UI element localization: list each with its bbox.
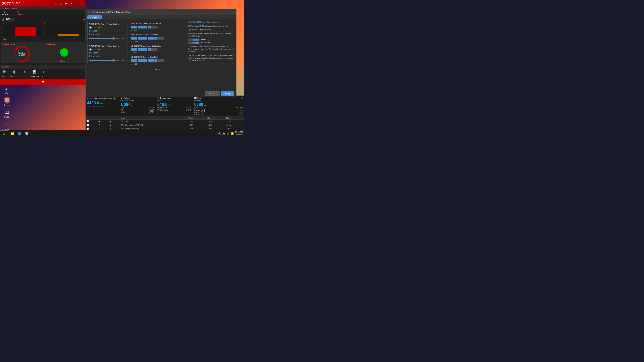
close-button[interactable]: ✕ xyxy=(80,1,84,5)
freq-value: 4400.0 xyxy=(87,100,99,105)
taskbar-item-browser[interactable]: 🌐 xyxy=(16,130,23,137)
taskbar-item-antivirus[interactable]: 🛡️ xyxy=(24,130,30,137)
pagination-dot-1[interactable] xyxy=(155,69,157,70)
cpu-phase-manual[interactable]: Manual xyxy=(89,33,126,35)
slider-track xyxy=(89,38,120,39)
cpu-icon: ⬛ xyxy=(2,66,4,68)
desktop-icon-ccleaner[interactable]: 🧹 CCle... xyxy=(2,85,12,94)
cpu-phase-extreme[interactable]: Extreme xyxy=(89,30,126,32)
fan-row-opt: CPU_OPT 2051 rpm xyxy=(194,107,243,109)
vddcr-soc-phase-title: VDDCR SOC Power Phase Control xyxy=(89,45,126,47)
system-tab-nvidia[interactable]: 🎮 NVIDIA GeFor... xyxy=(11,11,24,16)
minimize-button[interactable]: ─ xyxy=(69,1,74,5)
vddcr-cpu-current-section: VDDCR CPU Current Capability ▲ 130% xyxy=(131,33,184,42)
status-indicator: ✓ xyxy=(60,48,68,57)
row-name-1: CPU 7 VID xyxy=(120,120,188,123)
soc-radio-optimized xyxy=(89,48,92,51)
expand-icon[interactable]: ☰▶ xyxy=(1,37,6,41)
cpu-modes: ⚗️ AVX2 ⚙️ Large data set ⚡ Extreme 📊 St… xyxy=(0,69,86,78)
settings-button[interactable]: ⚙ xyxy=(64,1,68,5)
pp-left-panel: VDDCR CPU Power Phase Control Optimized … xyxy=(86,19,129,90)
cpu-mode-extreme[interactable]: ⚡ Extreme xyxy=(22,69,28,77)
system-usage-header: 🖥 System usage xyxy=(0,6,86,10)
notification-icon[interactable]: 🔔 xyxy=(222,132,225,135)
cpu-phase-slider[interactable]: Fast xyxy=(89,37,126,39)
stop-button[interactable]: ⏹ xyxy=(0,79,86,85)
search-icon[interactable]: 🔍 xyxy=(218,132,221,135)
pin-icon[interactable]: 📌 xyxy=(82,18,85,21)
load-button[interactable]: Load... xyxy=(205,91,220,96)
maximize-button[interactable]: □ xyxy=(74,1,79,5)
system-tabs: 🖥️ System 🎮 NVIDIA GeFor... xyxy=(0,10,86,17)
fan-row-chassis3: Chassis Fan 3 0 rpm xyxy=(194,113,243,115)
col-icon2 xyxy=(108,117,120,120)
soc-slider-thumb[interactable] xyxy=(112,59,115,61)
info-button[interactable]: ℹ xyxy=(53,1,58,5)
row-check-2[interactable] xyxy=(86,124,89,126)
voltage-label: Voltage xyxy=(124,97,130,99)
slider-thumb[interactable] xyxy=(112,37,115,39)
row-value-1: 1.08 V xyxy=(188,120,206,123)
volume-icon[interactable]: 🔊 xyxy=(226,132,230,135)
network-icon[interactable]: 📶 xyxy=(231,132,234,135)
voltage-icon: ⚡ xyxy=(120,97,123,99)
soc-phase-extreme[interactable]: Extreme xyxy=(89,52,126,54)
soc-phase-slider[interactable]: Fast xyxy=(89,59,126,61)
pp-dialog: ⚡ Performance and Power Saving Utilities… xyxy=(86,9,236,97)
temp-header: 🌡 Temperature xyxy=(157,97,191,99)
pp-tab-cpu[interactable]: CPU xyxy=(88,15,102,19)
desktop-icon-dial[interactable]: 📞 Dial... xyxy=(2,121,12,130)
table-row: ⚡ ▣ CPU 7 VID 1.08 V 1.07 V 1.10 V xyxy=(86,120,244,123)
temp-icon: 🌡 xyxy=(157,97,159,99)
efficiency-label: Efficiency xyxy=(200,38,209,41)
temperature-section: 🌡 Temperature CPU 046.0 °C MotherBoard 3… xyxy=(156,96,193,116)
apply-button[interactable]: Apply xyxy=(221,91,234,96)
titlebar-controls: ℹ 📷 ⚙ ─ □ ✕ xyxy=(53,1,84,5)
core-nav-next[interactable]: ▶ xyxy=(113,97,116,100)
core-nav-prev[interactable]: ◀ xyxy=(104,97,106,100)
pp-close-button[interactable]: ✕ xyxy=(232,10,234,13)
system-tab-label: System xyxy=(2,13,8,15)
efficiency-bar xyxy=(188,38,200,40)
soc-radio-extreme xyxy=(89,52,92,54)
cpu-mode-steady[interactable]: 📊 Steady load xyxy=(30,69,39,77)
graph-bar-gpu xyxy=(58,34,79,36)
cpu-mode-large[interactable]: ⚙️ Large data set xyxy=(9,69,20,77)
right-desc-2: (2) Extreme: Full phase mode. xyxy=(188,28,234,31)
row-max-2: 1.43 V xyxy=(225,123,244,127)
right-desc-3: (4) Power Phase Response: Phase number a… xyxy=(188,32,234,37)
cpu-frequency-section: ▣ CPU Frequency ◀ Core 0 ▶ 4400.0 MHz 10… xyxy=(86,96,119,116)
cpu-current-value: 130% xyxy=(134,40,138,42)
cpu-load-auto: Auto xyxy=(134,29,138,31)
table-row: ⚡ ▣ SoC Voltage (SVI2 TFN) 1.09 V 1.08 V… xyxy=(86,127,244,130)
soc-load-title: VDDCR SOC Load Line Calibration xyxy=(131,45,184,47)
soc-phase-optimized[interactable]: Optimized xyxy=(89,48,126,51)
slider-fill xyxy=(89,38,114,39)
soc-phase-manual[interactable]: Manual xyxy=(89,55,126,57)
system-tab-system[interactable]: 🖥️ System xyxy=(2,11,8,16)
start-button[interactable]: ⊞ xyxy=(0,130,8,137)
row-check-1[interactable] xyxy=(86,120,89,122)
camera-button[interactable]: 📷 xyxy=(58,1,63,5)
graph-bar-cpu xyxy=(16,27,36,36)
pagination-dot-2[interactable] xyxy=(158,69,160,70)
monitoring-settings-button[interactable]: ⚙ xyxy=(241,97,243,99)
cpu-load-bars xyxy=(131,25,184,28)
desktop-icon-sysinfo[interactable]: ℹ️ SysInfo xyxy=(2,97,12,106)
row-min-2: 1.36 V xyxy=(206,123,226,127)
radio-circle-manual xyxy=(89,33,92,35)
freq-sub: 100.0 x 44 ( 59.1 watts ) xyxy=(87,106,118,107)
freq-value-row: 4400.0 MHz xyxy=(87,100,118,105)
volt-row-12v: +12V 12.076 V xyxy=(120,107,154,109)
cpu-current-arrow: ▲ xyxy=(131,40,133,42)
cpu-mode-4[interactable]: 4 4... xyxy=(41,69,46,77)
desktop-icon-cpuid[interactable]: 💻 CPUID... xyxy=(2,109,12,118)
cpu-freq-header: ▣ CPU Frequency ◀ Core 0 ▶ xyxy=(87,97,118,100)
vddcr-soc-load-section: VDDCR SOC Load Line Calibration ▲ Auto xyxy=(131,45,184,54)
taskbar-item-explorer[interactable]: 📁 xyxy=(9,130,16,137)
dcct-version: V7.3.2 xyxy=(12,2,20,5)
cpu-mode-avx2[interactable]: ⚗️ AVX2 xyxy=(2,69,7,77)
pp-tab-bar: CPU xyxy=(86,15,236,19)
cpu-phase-optimized[interactable]: Optimized xyxy=(89,26,126,29)
row-check-3[interactable] xyxy=(86,128,89,130)
